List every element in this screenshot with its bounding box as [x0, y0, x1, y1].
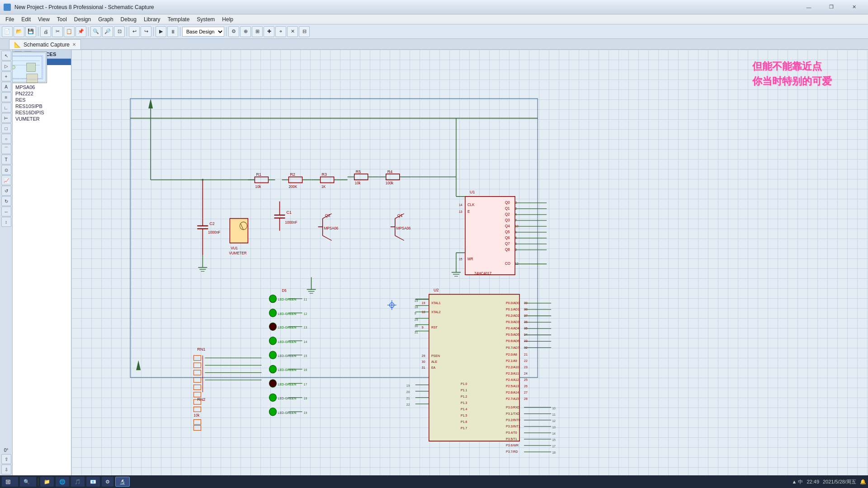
svg-text:RN2: RN2 [197, 397, 205, 402]
taskbar: ⊞ 🔍 📁 🌐 🎵 📧 ⚙ 🔬 ▲ 中 22:49 2021/5/28/周五 🔔 [0, 475, 868, 488]
taskbar-file-explorer[interactable]: 📁 [40, 477, 54, 487]
svg-text:U2: U2 [434, 288, 439, 292]
taskbar-chrome[interactable]: 🌐 [56, 477, 69, 487]
tool-component[interactable]: ▷ [1, 61, 11, 71]
taskbar-app3[interactable]: ⚙ [102, 477, 113, 487]
svg-rect-235 [193, 370, 201, 375]
device-list[interactable]: 74HC4017 AT89C51 CAP LED-GREEN MPSA06 PN… [13, 59, 71, 475]
tool-extra3[interactable]: ⊞ [252, 26, 263, 37]
cut-button[interactable]: ✂ [52, 26, 63, 37]
svg-text:P2.6/A14: P2.6/A14 [506, 390, 519, 394]
svg-text:P1.5: P1.5 [461, 413, 467, 418]
copy-button[interactable]: 📋 [64, 26, 75, 37]
tool-circle[interactable]: ○ [1, 134, 11, 144]
open-button[interactable]: 📂 [14, 26, 24, 37]
device-item-vumeter[interactable]: VUMETER [13, 116, 71, 122]
svg-text:XTAL2: XTAL2 [431, 310, 441, 314]
undo-button[interactable]: ↩ [129, 26, 140, 37]
device-item-res[interactable]: RES [13, 97, 71, 103]
tool-extra1[interactable]: ⚙ [228, 26, 239, 37]
tool-arc[interactable]: ⌒ [1, 144, 11, 154]
menu-design[interactable]: Design [71, 15, 94, 23]
menu-debug[interactable]: Debug [117, 15, 140, 23]
svg-text:P2.0/A8: P2.0/A8 [506, 352, 517, 356]
svg-text:P0.5/AD5: P0.5/AD5 [506, 333, 519, 337]
tool-text[interactable]: T [1, 155, 11, 164]
tool-probe[interactable]: ⊙ [1, 165, 11, 175]
paste-button[interactable]: 📌 [75, 26, 86, 37]
start-button[interactable]: ⊞ [2, 477, 18, 487]
svg-text:U1: U1 [470, 190, 475, 194]
tool-label[interactable]: A [1, 82, 11, 92]
pause-button[interactable]: ⏸ [167, 26, 178, 37]
fit-button[interactable]: ⊡ [114, 26, 125, 37]
tool-extra7[interactable]: ⊟ [299, 26, 310, 37]
taskbar-proteus[interactable]: 🔬 [115, 477, 130, 487]
tool-extra2[interactable]: ⊕ [240, 26, 251, 37]
tool-graph[interactable]: 📈 [1, 175, 11, 185]
menu-edit[interactable]: Edit [18, 15, 34, 23]
search-button[interactable]: 🔍 [20, 477, 36, 487]
menu-file[interactable]: File [2, 15, 18, 23]
svg-text:P0.1/AD1: P0.1/AD1 [506, 307, 519, 311]
menu-help[interactable]: Help [218, 15, 237, 23]
tool-rotate-left[interactable]: ↺ [1, 186, 11, 196]
device-item-res16dipis[interactable]: RES16DIPIS [13, 109, 71, 116]
svg-text:Q7: Q7 [505, 241, 510, 246]
svg-text:Q4: Q4 [505, 224, 510, 228]
tool-wire[interactable]: ∟ [1, 103, 11, 113]
tool-flip-h[interactable]: ↔ [1, 206, 11, 216]
svg-rect-239 [193, 399, 201, 404]
tool-bus[interactable]: ≡ [1, 92, 11, 102]
close-button[interactable]: ✕ [844, 0, 864, 14]
design-select[interactable]: Base Design [182, 27, 224, 37]
zoom-out-button[interactable]: 🔎 [102, 26, 113, 37]
svg-text:C1: C1 [287, 210, 292, 214]
menu-template[interactable]: Template [164, 15, 193, 23]
title-bar: New Project - Proteus 8 Professional - S… [0, 0, 868, 14]
tool-extra4[interactable]: ✚ [264, 26, 274, 37]
menu-view[interactable]: View [34, 15, 53, 23]
tab-schematic-close[interactable]: ✕ [72, 42, 76, 47]
taskbar-app1[interactable]: 🎵 [71, 477, 85, 487]
svg-text:P1.4: P1.4 [461, 407, 467, 411]
menu-system[interactable]: System [193, 15, 218, 23]
svg-text:Q3: Q3 [505, 218, 510, 222]
schematic-canvas[interactable]: 但能不能靠近点 你当时特别的可爱 [71, 50, 868, 475]
tool-pin[interactable]: ⊢ [1, 113, 11, 123]
tab-schematic[interactable]: 📐 Schematic Capture ✕ [9, 39, 81, 49]
svg-text:15: 15 [552, 438, 556, 442]
tool-mirror1[interactable]: ⇧ [1, 454, 11, 464]
menu-graph[interactable]: Graph [94, 15, 117, 23]
new-button[interactable]: 📄 [2, 26, 13, 37]
tool-extra5[interactable]: ⌖ [275, 26, 286, 37]
taskbar-app2[interactable]: 📧 [86, 477, 100, 487]
tool-mirror2[interactable]: ⇩ [1, 465, 11, 474]
menu-tool[interactable]: Tool [53, 15, 71, 23]
zoom-in-button[interactable]: 🔍 [90, 26, 101, 37]
svg-text:P3.1/TXD: P3.1/TXD [506, 411, 519, 415]
print-button[interactable]: 🖨 [40, 26, 51, 37]
menu-library[interactable]: Library [140, 15, 164, 23]
svg-rect-30 [289, 177, 302, 183]
tool-extra6[interactable]: ✕ [287, 26, 298, 37]
maximize-button[interactable]: ❐ [821, 0, 842, 14]
run-button[interactable]: ▶ [156, 26, 166, 37]
minimize-button[interactable]: — [798, 0, 819, 14]
svg-text:10: 10 [552, 406, 556, 410]
svg-rect-25 [255, 177, 268, 183]
device-item-mpsa06[interactable]: MPSA06 [13, 84, 71, 90]
tray-icons: ▲ 中 [792, 479, 803, 485]
svg-line-80 [395, 214, 404, 219]
svg-text:9: 9 [515, 248, 517, 252]
tool-box[interactable]: □ [1, 123, 11, 133]
tool-rotate-right[interactable]: ↻ [1, 196, 11, 206]
svg-text:12: 12 [552, 419, 556, 423]
device-item-pn2222[interactable]: PN2222 [13, 90, 71, 97]
tool-flip-v[interactable]: ↕ [1, 217, 11, 227]
save-button[interactable]: 💾 [25, 26, 36, 37]
redo-button[interactable]: ↪ [141, 26, 151, 37]
tool-pointer[interactable]: ↖ [1, 51, 11, 61]
tool-junction[interactable]: + [1, 71, 11, 81]
device-item-res10sipb[interactable]: RES10SIPB [13, 103, 71, 109]
